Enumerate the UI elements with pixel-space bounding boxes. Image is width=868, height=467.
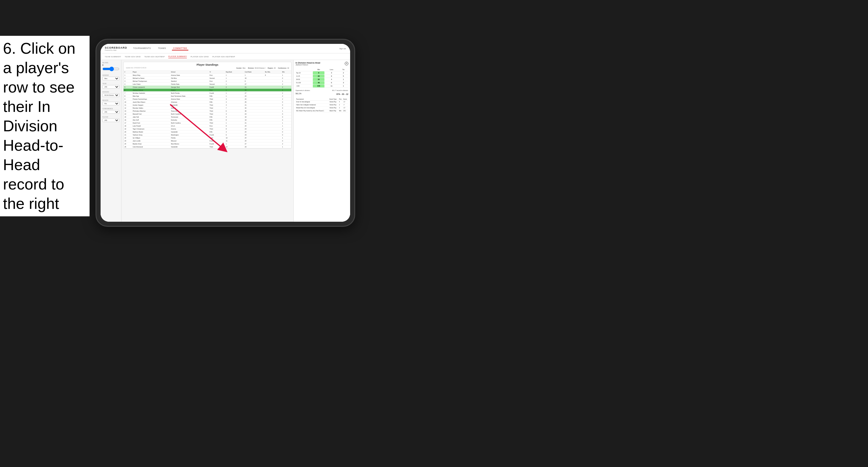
tourn-col-pos: Pos: [339, 98, 343, 100]
tourn-name: SEC Match Play hosted by Jerry Pate Roun…: [296, 110, 329, 113]
sidebar-no-rds: No Rds. 6: [102, 62, 119, 72]
table-row[interactable]: 5 Christo Lamprecht Georgia Tech Fourth …: [124, 86, 291, 89]
cell-conf-rank: 27: [244, 83, 264, 86]
cell-rds: [264, 124, 281, 127]
h2h-range: 26-50: [296, 78, 313, 81]
table-row[interactable]: 15 Jake Hall Tennessee Fifth 3 18 0: [124, 116, 291, 119]
h2h-range: >100: [296, 85, 313, 88]
tourn-score: -17: [343, 100, 348, 103]
cell-school: Ole Miss: [170, 77, 209, 80]
cell-school: Texas A&M: [170, 110, 209, 113]
no-rds-label: No Rds.: [102, 62, 119, 64]
sign-out-button[interactable]: Sign out: [339, 48, 346, 50]
table-row[interactable]: 20 Matthew Riedel Vanderbilt Fifth 3 24 …: [124, 130, 291, 133]
sidebar-division: Division NCAA Division I: [102, 91, 119, 97]
cell-player: Jackson Koivun: [132, 89, 170, 92]
tab-team-summary[interactable]: TEAM SUMMARY: [105, 55, 121, 58]
table-row[interactable]: 1 Wenyi Ding Arizona State First 1 1 8 1: [124, 74, 291, 77]
table-row[interactable]: 7 Nicholas Gabrielck North Florida Fourt…: [124, 92, 291, 95]
year-select[interactable]: (All): [102, 85, 119, 89]
table-row[interactable]: 19 Tiger Christensen Arizona Third 8 23 …: [124, 127, 291, 130]
cell-win: 1: [281, 80, 291, 83]
table-row[interactable]: 16 Alex Goff Kentucky Fifth 8 19 0: [124, 119, 291, 121]
tablet-screen: SCOREBOARD Powered by clippi TOURNAMENTS…: [101, 44, 350, 222]
cell-reg-rank: 2: [225, 80, 244, 83]
h2h-close-button[interactable]: ✕: [345, 62, 348, 65]
update-time: Update time: 27/03/2024 16:56:26: [126, 67, 146, 69]
cell-yr: Third: [209, 113, 225, 116]
tab-team-h2h-grid[interactable]: TEAM H2H GRID: [125, 55, 141, 58]
conference-select[interactable]: (All): [102, 110, 119, 114]
cell-player: Brendan Valdes: [132, 106, 170, 110]
table-row[interactable]: 21 Taehoon Song Washington Fourth 6 23 0: [124, 133, 291, 136]
table-row[interactable]: 23 Jack Lundin Missouri Fourth 11 24 0: [124, 139, 291, 142]
table-row[interactable]: 17 David Ford North Carolina Third 1 21 …: [124, 121, 291, 124]
table-row[interactable]: 3 Michael Thorbjornsen Stanford First 2 …: [124, 80, 291, 83]
h2h-row: 51-100 46 6 3: [296, 81, 348, 85]
cell-player: Wenyi Ding: [132, 74, 170, 77]
no-rds-slider[interactable]: [102, 66, 119, 71]
cell-rds: [264, 136, 281, 139]
player-select[interactable]: (All): [102, 119, 119, 122]
h2h-pct: 98.1%: [296, 93, 302, 95]
cell-yr: Fifth: [209, 130, 225, 133]
cell-conf-rank: 24: [244, 139, 264, 142]
sidebar-region: Region N/a: [102, 99, 119, 105]
table-row[interactable]: 6 Jackson Koivun Auburn First 1 20 1: [124, 89, 291, 92]
tab-player-h2h-heatmap[interactable]: PLAYER H2H HEATMAP: [213, 55, 235, 58]
cell-conf-rank: 27: [244, 92, 264, 95]
h2h-loss: 6: [324, 81, 339, 85]
cell-win: 1: [281, 145, 291, 148]
table-row[interactable]: 12 Brendan Valdes Auburn Third 7 40 0: [124, 106, 291, 110]
standings-header: Player Standings Update time: 27/03/2024…: [124, 62, 291, 71]
table-row[interactable]: 13 Phichakun Maichon Texas A&M Third 6 3…: [124, 110, 291, 113]
cell-school: Georgia Tech: [170, 86, 209, 89]
table-row[interactable]: 11 Gordon Sargent Vanderbilt Third 4 21 …: [124, 103, 291, 106]
tourn-type: Stroke Play: [329, 100, 339, 103]
nav-item-committee[interactable]: COMMITTEE: [172, 46, 188, 51]
filter-conference: Conference: All: [278, 67, 289, 69]
h2h-col-tie: Tie: [339, 68, 348, 71]
cell-rank: 10: [124, 100, 132, 103]
table-row[interactable]: 24 Bastien Amat New Mexico Fourth 1 27 2: [124, 142, 291, 145]
cell-player: Preston Summerhays: [132, 98, 170, 100]
gender-select[interactable]: Men: [102, 77, 119, 80]
sidebar-player: Player (All): [102, 116, 119, 122]
table-row[interactable]: 18 Luke Powell UCLA First 6 24 1: [124, 124, 291, 127]
tab-player-h2h-grid[interactable]: PLAYER H2H GRID: [190, 55, 209, 58]
cell-rds: [264, 89, 281, 92]
h2h-win: 22: [313, 78, 324, 81]
cell-win: 0: [281, 106, 291, 110]
region-select[interactable]: N/a: [102, 102, 119, 105]
cell-rank: 20: [124, 130, 132, 133]
col-reg-rank: Reg Rank: [225, 71, 244, 74]
table-row[interactable]: 2 Michael La Sasso Ole Miss Second 1 18 …: [124, 77, 291, 80]
main-content: No Rds. 6 Gender Men Year (All): [101, 60, 350, 222]
cell-win: 1: [281, 136, 291, 139]
division-select[interactable]: NCAA Division I: [102, 93, 119, 97]
table-row[interactable]: 9 Preston Summerhays Arizona State Third…: [124, 98, 291, 100]
h2h-col-range: [296, 68, 313, 71]
nav-item-tournaments[interactable]: TOURNAMENTS: [132, 46, 152, 51]
h2h-player: Jackson Koivun: [296, 64, 320, 66]
cell-player: Bastien Amat: [132, 142, 170, 145]
table-row[interactable]: 25 Cole Sherwood Vanderbilt Third 12 23 …: [124, 145, 291, 148]
table-row[interactable]: 22 Ian Gilligan Florida Third 10 24 1: [124, 136, 291, 139]
cell-yr: Third: [209, 103, 225, 106]
standings-container: Player Standings Update time: 27/03/2024…: [123, 62, 291, 149]
tourn-col-name: Tournament: [296, 98, 329, 100]
h2h-win: 20: [313, 74, 324, 78]
cell-player: Jacob Nlex-Olesen: [132, 100, 170, 103]
cell-rank: 2: [124, 77, 132, 80]
cell-yr: Fourth: [209, 139, 225, 142]
table-row[interactable]: 8 Mats Ege East Tennessee State Fifth 1 …: [124, 95, 291, 98]
cell-school: Arizona: [170, 127, 209, 130]
cell-yr: Fifth: [209, 100, 225, 103]
nav-item-teams[interactable]: TEAMS: [157, 46, 167, 51]
table-row[interactable]: 4 Luke Claton Florida State Second 1 27 …: [124, 83, 291, 86]
tab-team-h2h-heatmap[interactable]: TEAM H2H HEATMAP: [144, 55, 165, 58]
table-row[interactable]: 10 Jacob Nlex-Olesen Arkansas Fifth 4 25…: [124, 100, 291, 103]
tourn-pos: 2: [339, 106, 343, 110]
tab-player-summary[interactable]: PLAYER SUMMARY: [168, 55, 187, 58]
table-row[interactable]: 14 Maxwell Ford North Carolina Third 3 2…: [124, 113, 291, 116]
